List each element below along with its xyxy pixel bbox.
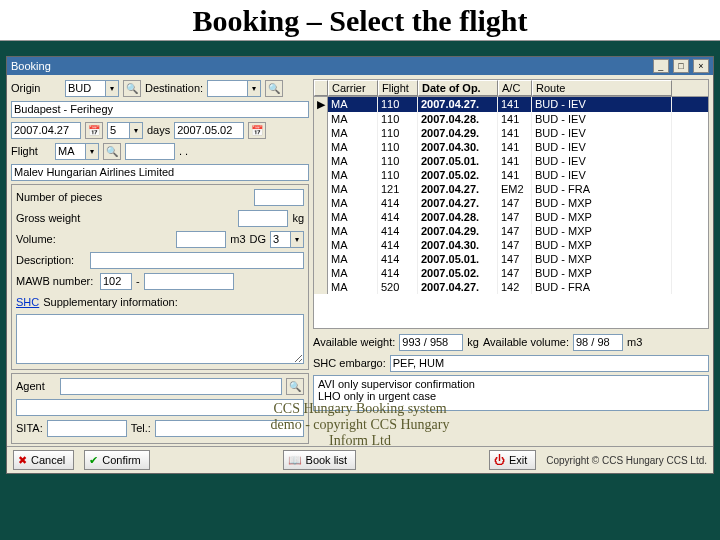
carrier-input[interactable] [55,143,85,160]
book-list-button[interactable]: 📖Book list [283,450,357,470]
table-row[interactable]: MA4142007.05.01.147BUD - MXP [314,252,708,266]
shc-link[interactable]: SHC [16,296,39,308]
mawb-prefix-input[interactable] [100,273,132,290]
description-input[interactable] [90,252,304,269]
destination-input[interactable] [207,80,247,97]
cancel-button[interactable]: ✖Cancel [13,450,74,470]
table-row[interactable]: MA5202007.04.27.142BUD - FRA [314,280,708,294]
agent-full-input[interactable] [16,399,304,416]
table-row[interactable]: MA1102007.05.01.141BUD - IEV [314,154,708,168]
supp-label: Supplementary information: [43,296,178,308]
table-row[interactable]: MA4142007.04.29.147BUD - MXP [314,224,708,238]
confirm-button[interactable]: ✔Confirm [84,450,150,470]
flight-table[interactable]: Carrier Flight Date of Op. A/C Route ▶MA… [313,79,709,329]
flight-label: Flight [11,145,51,157]
chevron-down-icon[interactable]: ▾ [129,122,143,139]
booking-window: Booking _ □ × Origin ▾ 🔍 Destination: ▾ … [6,56,714,474]
m3-label: m3 [230,233,245,245]
shc-embargo-field [390,355,709,372]
table-row[interactable]: ▶MA1102007.04.27.141BUD - IEV [314,97,708,112]
gross-weight-input[interactable] [238,210,288,227]
mawb-serial-input[interactable] [144,273,234,290]
origin-lookup-icon[interactable]: 🔍 [123,80,141,97]
date-to-input[interactable] [174,122,244,139]
window-titlebar[interactable]: Booking _ □ × [7,57,713,75]
chevron-down-icon[interactable]: ▾ [105,80,119,97]
date-from-input[interactable] [11,122,81,139]
pieces-label: Number of pieces [16,191,250,203]
col-carrier[interactable]: Carrier [328,80,378,96]
flight-lookup-icon[interactable]: 🔍 [103,143,121,160]
tel-label: Tel.: [131,422,151,434]
calendar-icon[interactable]: 📅 [248,122,266,139]
cargo-panel: Number of pieces Gross weightkg Volume: … [11,184,309,370]
volume-input[interactable] [176,231,226,248]
window-title: Booking [11,60,51,72]
col-flight[interactable]: Flight [378,80,418,96]
table-row[interactable]: MA1212007.04.27.EM2BUD - FRA [314,182,708,196]
shc-embargo-label: SHC embargo: [313,357,386,369]
avail-weight-unit: kg [467,336,479,348]
exit-button[interactable]: ⏻Exit [489,450,536,470]
days-input[interactable] [107,122,129,139]
dg-input[interactable] [270,231,290,248]
destination-label: Destination: [145,82,203,94]
chevron-down-icon[interactable]: ▾ [85,143,99,160]
col-route[interactable]: Route [532,80,672,96]
chevron-down-icon[interactable]: ▾ [247,80,261,97]
slide-title: Booking – Select the flight [0,0,720,41]
supp-textarea[interactable] [16,314,304,364]
kg-label: kg [292,212,304,224]
destination-combo[interactable]: ▾ [207,80,261,97]
days-combo[interactable]: ▾ [107,122,143,139]
gross-weight-label: Gross weight [16,212,234,224]
avail-volume-field [573,334,623,351]
table-row[interactable]: MA1102007.04.28.141BUD - IEV [314,112,708,126]
confirm-icon: ✔ [89,454,98,467]
col-date[interactable]: Date of Op. [418,80,498,96]
table-row[interactable]: MA4142007.04.27.147BUD - MXP [314,196,708,210]
origin-input[interactable] [65,80,105,97]
table-row[interactable]: MA1102007.05.02.141BUD - IEV [314,168,708,182]
sita-input[interactable] [47,420,127,437]
restriction-note: AVI only supervisor confirmationLHO only… [313,375,709,411]
calendar-icon[interactable]: 📅 [85,122,103,139]
origin-full-field[interactable] [11,101,309,118]
minimize-button[interactable]: _ [653,59,669,73]
close-button[interactable]: × [693,59,709,73]
col-ac[interactable]: A/C [498,80,532,96]
table-row[interactable]: MA1102007.04.30.141BUD - IEV [314,140,708,154]
availability-panel: Available weight: kg Available volume: m… [313,333,709,411]
dg-combo[interactable]: ▾ [270,231,304,248]
pieces-input[interactable] [254,189,304,206]
dg-label: DG [250,233,267,245]
tel-input[interactable] [155,420,304,437]
table-row[interactable]: MA1102007.04.29.141BUD - IEV [314,126,708,140]
avail-volume-label: Available volume: [483,336,569,348]
agent-label: Agent [16,380,56,392]
table-row[interactable]: MA4142007.05.02.147BUD - MXP [314,266,708,280]
agent-input[interactable] [60,378,282,395]
volume-label: Volume: [16,233,172,245]
flight-no-input[interactable] [125,143,175,160]
copyright-text: Copyright © CCS Hungary CCS Ltd. [546,455,707,466]
agent-lookup-icon[interactable]: 🔍 [286,378,304,395]
avail-volume-unit: m3 [627,336,642,348]
destination-lookup-icon[interactable]: 🔍 [265,80,283,97]
maximize-button[interactable]: □ [673,59,689,73]
origin-label: Origin [11,82,61,94]
chevron-down-icon[interactable]: ▾ [290,231,304,248]
table-row[interactable]: MA4142007.04.30.147BUD - MXP [314,238,708,252]
table-row[interactable]: MA4142007.04.28.147BUD - MXP [314,210,708,224]
mawb-label: MAWB number: [16,275,96,287]
exit-icon: ⏻ [494,454,505,466]
flight-sep: . . [179,145,188,157]
description-label: Description: [16,254,86,266]
origin-combo[interactable]: ▾ [65,80,119,97]
carrier-combo[interactable]: ▾ [55,143,99,160]
carrier-full-field[interactable] [11,164,309,181]
sita-label: SITA: [16,422,43,434]
book-list-icon: 📖 [288,454,302,467]
window-controls: _ □ × [652,59,709,73]
footer-bar: ✖Cancel ✔Confirm 📖Book list ⏻Exit Copyri… [7,446,713,473]
